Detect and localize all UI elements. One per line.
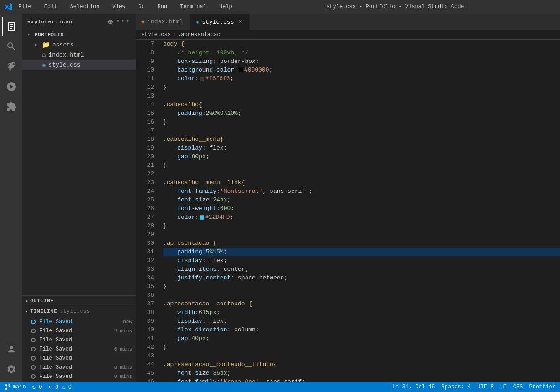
source-control-activity-icon[interactable] bbox=[2, 57, 20, 76]
timeline-item[interactable]: File Saved9 mins bbox=[22, 372, 136, 381]
code-line[interactable]: } bbox=[163, 222, 560, 230]
code-line[interactable]: } bbox=[163, 161, 560, 170]
timeline-item[interactable]: File Saved6 mins bbox=[22, 345, 136, 354]
outline-header[interactable]: ▶ OUTLINE bbox=[22, 296, 136, 306]
menu-go[interactable]: Go bbox=[135, 3, 147, 11]
eol-status[interactable]: LF bbox=[500, 384, 506, 390]
code-line[interactable]: .apresentacao__conteudo { bbox=[163, 299, 560, 308]
code-line[interactable]: } bbox=[163, 343, 560, 351]
code-line[interactable] bbox=[163, 170, 560, 178]
code-line[interactable]: font-size: 36px; bbox=[163, 369, 560, 377]
language-status[interactable]: CSS bbox=[513, 384, 523, 390]
settings-activity-icon[interactable] bbox=[2, 360, 20, 378]
tabs-bar: ◈ index.html ◈ style.css × bbox=[136, 14, 560, 30]
code-line[interactable] bbox=[163, 126, 560, 135]
code-line[interactable]: font-weight: 600; bbox=[163, 204, 560, 213]
code-line[interactable]: .cabecalho__menu__link{ bbox=[163, 178, 560, 187]
code-content[interactable]: body { /* height: 100vh; */ box-sizing: … bbox=[159, 40, 560, 382]
timeline-item[interactable]: File Saved4 mins bbox=[22, 326, 136, 335]
css-tab-icon: ◈ bbox=[196, 19, 199, 26]
code-line[interactable]: } bbox=[163, 118, 560, 126]
code-line[interactable]: gap: 40px; bbox=[163, 334, 560, 343]
timeline-event-label: File Saved bbox=[39, 364, 114, 371]
menu-terminal[interactable]: Terminal bbox=[177, 3, 209, 11]
code-line[interactable] bbox=[163, 291, 560, 299]
timeline-item[interactable]: File Savednow bbox=[22, 317, 136, 326]
timeline-filename: style.css bbox=[60, 309, 90, 314]
tab-indexhtml[interactable]: ◈ index.html bbox=[136, 14, 190, 30]
code-line[interactable]: padding: 5% 15%; bbox=[163, 248, 560, 256]
menu-file[interactable]: File bbox=[15, 3, 34, 11]
timeline-item[interactable]: File Saved8 mins bbox=[22, 363, 136, 372]
cursor-position[interactable]: Ln 31, Col 16 bbox=[392, 384, 435, 390]
code-line[interactable]: color: #22D4FD; bbox=[163, 213, 560, 222]
code-line[interactable]: width: 615px; bbox=[163, 308, 560, 317]
accounts-activity-icon[interactable] bbox=[2, 340, 20, 358]
new-file-icon[interactable]: ⊕ bbox=[108, 17, 113, 26]
code-line[interactable]: .apresentacao__conteudo__titulo{ bbox=[163, 360, 560, 369]
more-options-icon[interactable]: ••• bbox=[116, 17, 130, 26]
tab-close-button[interactable]: × bbox=[236, 18, 244, 26]
code-line[interactable]: /* height: 100vh; */ bbox=[163, 48, 560, 57]
git-branch[interactable]: main bbox=[5, 384, 26, 390]
timeline-item[interactable]: File Saved bbox=[22, 354, 136, 363]
code-line[interactable]: .cabecalho{ bbox=[163, 100, 560, 109]
line-number: 17 bbox=[136, 126, 154, 135]
assets-folder[interactable]: ▶ 📁 assets bbox=[22, 40, 136, 50]
line-number: 25 bbox=[136, 196, 154, 204]
spaces-status[interactable]: Spaces: 4 bbox=[442, 384, 471, 390]
code-line[interactable]: color: #f6f6f6; bbox=[163, 74, 560, 83]
code-line[interactable]: .apresentacao { bbox=[163, 239, 560, 248]
sidebar: explorer-icon ⊕ ••• ▾ PORTFÓLIO ▶ 📁 asse… bbox=[22, 14, 136, 382]
code-line[interactable]: background-color: #000000; bbox=[163, 66, 560, 74]
code-line[interactable]: display: flex; bbox=[163, 256, 560, 265]
tab-stylecss[interactable]: ◈ style.css × bbox=[190, 14, 250, 30]
code-line[interactable]: flex-direction: column; bbox=[163, 325, 560, 334]
line-number: 23 bbox=[136, 178, 154, 187]
timeline-header[interactable]: ▾ TIMELINE style.css bbox=[22, 306, 136, 316]
code-line[interactable]: display: flex; bbox=[163, 144, 560, 152]
menu-help[interactable]: Help bbox=[216, 3, 235, 11]
errors-status[interactable]: ⊗ 0 ⚠ 0 bbox=[48, 384, 71, 391]
encoding-status[interactable]: UTF-8 bbox=[477, 384, 493, 390]
menu-view[interactable]: View bbox=[109, 3, 128, 11]
portfolio-folder[interactable]: ▾ PORTFÓLIO bbox=[22, 30, 136, 40]
code-line[interactable]: padding: 2% 0% 0% 10%; bbox=[163, 109, 560, 118]
code-line[interactable]: .cabecalho__menu{ bbox=[163, 135, 560, 144]
breadcrumb: style.css › .apresentacao bbox=[136, 30, 560, 40]
breadcrumb-section[interactable]: .apresentacao bbox=[178, 31, 221, 38]
stylecss-file[interactable]: ◈ style.css bbox=[22, 60, 136, 70]
code-line[interactable]: display: flex; bbox=[163, 317, 560, 325]
extensions-activity-icon[interactable] bbox=[2, 98, 20, 116]
code-line[interactable] bbox=[163, 351, 560, 360]
explorer-activity-icon[interactable] bbox=[2, 17, 20, 36]
code-line[interactable]: box-sizing: border-box; bbox=[163, 57, 560, 66]
code-line[interactable]: body { bbox=[163, 40, 560, 48]
menu-run[interactable]: Run bbox=[155, 3, 170, 11]
formatter-status[interactable]: Prettier bbox=[529, 384, 555, 390]
debug-activity-icon[interactable] bbox=[2, 77, 20, 96]
sync-icon[interactable]: ↻ 0 bbox=[32, 384, 42, 391]
code-line[interactable]: font-family: 'Montserrat', sans-serif ; bbox=[163, 187, 560, 196]
menu-edit[interactable]: Edit bbox=[41, 3, 60, 11]
line-number: 22 bbox=[136, 170, 154, 178]
timeline-item[interactable]: File Saved bbox=[22, 335, 136, 345]
code-line[interactable]: } bbox=[163, 83, 560, 92]
code-line[interactable]: font-family: 'Krona One', sans-serif; bbox=[163, 377, 560, 382]
code-line[interactable]: } bbox=[163, 282, 560, 291]
code-line[interactable]: font-size: 24px; bbox=[163, 196, 560, 204]
indexhtml-file[interactable]: ⌂ index.html bbox=[22, 50, 136, 60]
menu-selection[interactable]: Selection bbox=[67, 3, 103, 11]
code-line[interactable] bbox=[163, 230, 560, 239]
search-activity-icon[interactable] bbox=[2, 37, 20, 56]
line-number: 28 bbox=[136, 222, 154, 230]
breadcrumb-file[interactable]: style.css bbox=[141, 31, 171, 38]
line-number: 36 bbox=[136, 291, 154, 299]
code-line[interactable]: align-items: center; bbox=[163, 265, 560, 273]
code-line[interactable]: justify-content: space-between; bbox=[163, 273, 560, 282]
code-line[interactable] bbox=[163, 92, 560, 100]
line-number: 37 bbox=[136, 299, 154, 308]
code-line[interactable]: gap: 80px; bbox=[163, 152, 560, 161]
menu-bar[interactable]: File Edit Selection View Go Run Terminal… bbox=[15, 3, 235, 11]
indexhtml-label: index.html bbox=[48, 52, 84, 58]
